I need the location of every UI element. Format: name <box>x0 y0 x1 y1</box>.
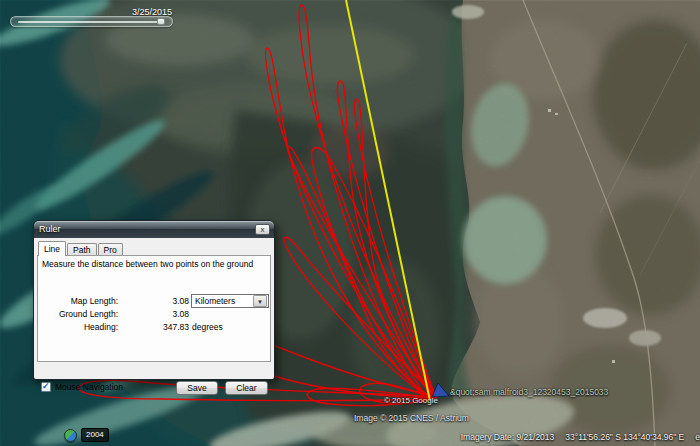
time-slider-bar[interactable] <box>10 16 173 27</box>
google-earth-viewport[interactable]: 3/25/2015 2004 © 2015 Google Image © 201… <box>0 0 700 446</box>
google-copyright: © 2015 Google <box>384 396 438 405</box>
heading-label: Heading: <box>38 322 118 332</box>
heading-unit: degrees <box>192 322 223 332</box>
ruler-tabs: Line Path Pro <box>38 241 124 256</box>
ruler-dialog[interactable]: Ruler x Line Path Pro Measure the distan… <box>33 220 275 380</box>
dialog-bottom-row: Mouse Navigation Save Clear <box>34 381 274 397</box>
mouse-navigation-checkbox[interactable] <box>41 382 51 392</box>
ground-length-value: 3.08 <box>118 309 189 319</box>
chevron-down-icon[interactable]: ▼ <box>253 295 267 307</box>
tab-line[interactable]: Line <box>38 241 66 256</box>
cnes-copyright: Image © 2015 CNES / Astrium <box>354 413 469 423</box>
ruler-dialog-titlebar[interactable]: Ruler x <box>34 221 274 238</box>
time-slider-track[interactable] <box>18 21 162 23</box>
elevation-partial-text: e <box>695 432 700 442</box>
map-length-label: Map Length: <box>38 296 118 306</box>
historical-imagery-slider[interactable]: 3/25/2015 <box>10 7 176 29</box>
ground-length-label: Ground Length: <box>38 309 118 319</box>
map-length-row: Map Length: 3.08 Kilometers ▼ <box>38 294 270 307</box>
coordinates-text: 33°11'56.26" S 134°40'34.96" E <box>565 432 684 442</box>
ruler-dialog-body: Line Path Pro Measure the distance betwe… <box>34 238 274 379</box>
time-slider-handle[interactable] <box>157 18 165 25</box>
ground-length-row: Ground Length: 3.08 <box>38 307 270 320</box>
dialog-title: Ruler <box>39 224 61 234</box>
map-length-value: 3.08 <box>118 296 189 306</box>
clear-button[interactable]: Clear <box>225 381 268 395</box>
heading-value: 347.83 <box>118 322 189 332</box>
imagery-date-text: Imagery Date: 9/21/2013 <box>461 432 555 442</box>
measure-description: Measure the distance between two points … <box>42 259 253 269</box>
mouse-navigation-option[interactable]: Mouse Navigation <box>41 382 123 392</box>
ruler-tab-panel: Measure the distance between two points … <box>37 255 271 362</box>
close-icon[interactable]: x <box>255 224 270 235</box>
status-bar: Imagery Date: 9/21/2013 33°11'56.26" S 1… <box>0 432 700 442</box>
track-placemark-label: &quot;sam malfroid3_12320453_2015033 <box>450 387 608 397</box>
heading-row: Heading: 347.83 degrees <box>38 320 270 333</box>
units-dropdown[interactable]: Kilometers ▼ <box>191 294 269 308</box>
save-button[interactable]: Save <box>176 381 218 395</box>
units-selected-value: Kilometers <box>192 296 253 306</box>
measurement-form: Map Length: 3.08 Kilometers ▼ Ground Len… <box>38 294 270 333</box>
mouse-navigation-label: Mouse Navigation <box>55 382 123 392</box>
